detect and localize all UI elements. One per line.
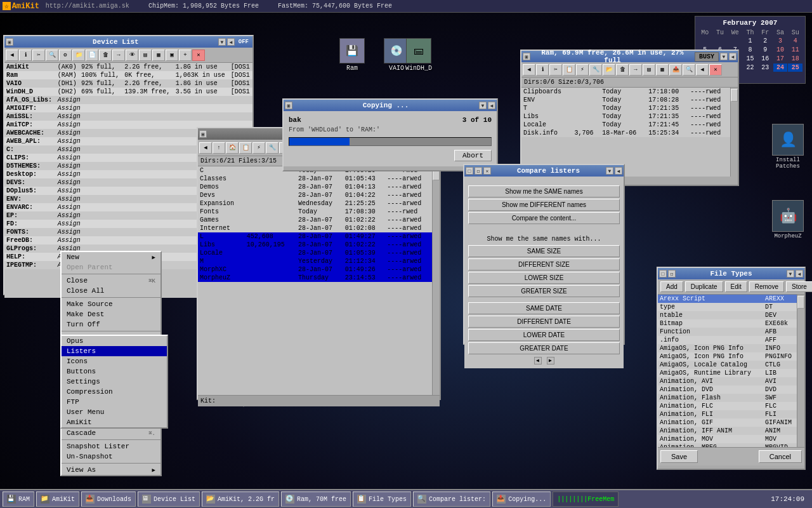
tb-btn-tool3[interactable]: ▣ [166, 50, 178, 61]
cal-day[interactable]: 9 [758, 46, 773, 54]
sub-compression[interactable]: Compression [62, 387, 167, 397]
table-row[interactable]: WinDH_D (DH2) 69% full, 139.3M free, 3.5… [4, 88, 252, 96]
ctx-un-snapshot[interactable]: Un-Snapshot [62, 451, 160, 462]
ft-remove-button[interactable]: Remove [749, 281, 784, 292]
table-row[interactable]: Animation, GIFGIFANIM [658, 418, 797, 427]
table-row[interactable]: FunctionAFB [658, 328, 797, 336]
taskbar-item-amikit[interactable]: 📁 AmiKit [36, 491, 79, 507]
filetypes-scrollbar-thumb[interactable] [797, 296, 804, 309]
table-row[interactable]: MorpheuZThursday23:14:53----arwed [198, 274, 432, 282]
sub-user-menu[interactable]: User Menu [62, 407, 167, 417]
tb-btn-tool1[interactable]: ▤ [139, 50, 152, 61]
table-row[interactable]: Animation, IFF ANIMANIM [658, 427, 797, 435]
cal-day-today[interactable]: 24 [773, 64, 788, 72]
morpheuz-avatar[interactable]: 🤖 MorpheuZ [769, 200, 807, 239]
device-list-close-btn[interactable]: ▣ [6, 38, 13, 46]
table-row[interactable]: Arexx ScriptAREXX [658, 295, 797, 303]
table-row[interactable]: AmiKit (AK0) 92% full, 2.2G free, 1.8G i… [4, 63, 252, 71]
compare-same-names-btn[interactable]: Show me the SAME names [468, 185, 620, 197]
table-row[interactable]: MorphXC28-Jan-0701:49:26----arwed [198, 265, 432, 274]
table-row[interactable]: AmigaOS, Icon PNG InfoPNGINFO [658, 352, 797, 361]
ft-cancel-button[interactable]: Cancel [759, 450, 802, 463]
ram-tb-cmd6[interactable]: → [629, 64, 642, 76]
table-row[interactable]: MYesterday21:12:34----arwed [198, 257, 432, 265]
taskbar-item-ram[interactable]: 💾 RAM [3, 491, 34, 507]
ram-tb-cmd3[interactable]: 🔧 [589, 64, 602, 76]
taskbar-item-copying[interactable]: 📤 Copying... [492, 491, 551, 507]
compare-diff-date-btn[interactable]: DIFFERENT DATE [468, 316, 620, 328]
cal-day[interactable]: 16 [758, 55, 773, 63]
compare-lower-size-btn[interactable]: LOWER SIZE [468, 272, 620, 284]
cal-day[interactable]: 3 [773, 37, 788, 45]
compare-same-size-btn[interactable]: SAME SIZE [468, 245, 620, 257]
table-row[interactable]: AmigaOS, Icon PNG InfoINFO [658, 344, 797, 352]
compare-greater-date-btn[interactable]: GREATER DATE [468, 342, 620, 354]
table-row[interactable]: LocaleToday17:21:45----rwed [521, 121, 730, 129]
ram-tb-back[interactable]: ◀ [523, 64, 535, 76]
table-row[interactable]: AmiSSL:Assign [4, 112, 252, 121]
ram-scrollbar[interactable] [730, 88, 738, 177]
taskbar-item-ram70[interactable]: 💿 Ram, 70M free [281, 491, 351, 507]
ft-edit-button[interactable]: Edit [725, 281, 747, 292]
ram-tb-cmd2[interactable]: ⚡ [576, 64, 589, 76]
cal-day[interactable]: 15 [743, 55, 757, 63]
ctx-close-all[interactable]: Close All [62, 286, 160, 296]
copying-scroll-btn[interactable]: ▼ [479, 102, 487, 109]
table-row[interactable]: Animation, FlashSWF [658, 394, 797, 402]
cal-day[interactable]: 23 [758, 64, 773, 72]
table-row[interactable]: ExpansionWednesday21:25:25----arwed [198, 199, 432, 208]
table-row[interactable]: Disk.info3,70618-Mar-0615:25:34----rwed [521, 129, 730, 137]
sub-amikit[interactable]: AmiKit [62, 417, 167, 427]
compare-diff-size-btn[interactable]: DIFFERENT SIZE [468, 258, 620, 271]
tb-btn-tool2[interactable]: ▦ [152, 50, 165, 61]
compare-fullscreen-btn[interactable]: ◻ [475, 167, 482, 175]
table-row[interactable]: LibsToday17:21:35----rwed [521, 112, 730, 121]
ram-tb-cmd5[interactable]: 🗑 [616, 64, 629, 76]
table-row[interactable]: Animation, AVIAVI [658, 377, 797, 385]
tb-cmd2[interactable]: 🔧 [266, 142, 278, 154]
ram-tb-cmd11[interactable]: ◀ [696, 64, 709, 76]
filetypes-back-btn[interactable]: ◀ [796, 270, 803, 277]
tb-btn-delete[interactable]: 🗑 [99, 50, 112, 61]
ram-tb-cmd9[interactable]: 📤 [669, 64, 682, 76]
ctx-turn-off[interactable]: Turn Off [62, 319, 160, 330]
ram-tb-cmd10[interactable]: 🔍 [683, 64, 695, 76]
sub-settings[interactable]: Settings [62, 377, 167, 387]
taskbar-item-filetypes[interactable]: 📋 File Types [353, 491, 411, 507]
desktop-icon-windh[interactable]: 🖴 WinDH_D [396, 38, 441, 72]
table-row[interactable]: AMIGIFT:Assign [4, 104, 252, 112]
ft-add-button[interactable]: Add [660, 281, 683, 292]
table-row[interactable]: AmigaOS, Locale CatalogCTLG [658, 361, 797, 369]
tb-btn-move[interactable]: → [112, 50, 125, 61]
tb-home[interactable]: 🏠 [226, 142, 239, 154]
tb-btn-file[interactable]: 📄 [86, 50, 98, 61]
tb-back[interactable]: ◀ [199, 142, 212, 154]
filetypes-scroll-btn[interactable]: ▼ [787, 270, 794, 277]
taskbar-item-compare[interactable]: 🔍 Compare lister: [413, 491, 490, 507]
compare-same-date-btn[interactable]: SAME DATE [468, 302, 620, 314]
ctx-view-as[interactable]: View As▶ [62, 465, 160, 475]
ft-save-button[interactable]: Save [660, 450, 698, 463]
ctx-new[interactable]: New▶ [62, 252, 160, 262]
ctx-make-source[interactable]: Make Source [62, 299, 160, 309]
table-row[interactable]: BitmapEXE68k [658, 319, 797, 328]
copying-back-btn[interactable]: ◀ [488, 102, 495, 109]
table-row[interactable]: AmigaOS, Runtime LibraryLIB [658, 369, 797, 377]
compare-lower-date-btn[interactable]: LOWER DATE [468, 329, 620, 341]
amikit-scrollbar[interactable] [432, 166, 440, 395]
table-row[interactable]: Locale28-Jan-0701:05:39----arwed [198, 249, 432, 257]
cal-day-today[interactable]: 25 [788, 64, 802, 72]
compare-right-btn[interactable]: ▶ [547, 357, 554, 364]
ctx-close[interactable]: Close⌘K [62, 276, 160, 286]
ram-tb-cmd4[interactable]: 📂 [603, 64, 615, 76]
filetypes-scrollbar[interactable] [797, 295, 804, 447]
table-row[interactable]: typeDT [658, 303, 797, 311]
ram-back-btn[interactable]: ◀ [729, 53, 737, 60]
table-row[interactable]: VAIO (DH1) 92% full, 2.2G free, 1.8G in … [4, 79, 252, 88]
tb-btn-folder[interactable]: 📁 [72, 50, 85, 61]
filetypes-max-btn[interactable]: ◻ [668, 270, 676, 277]
device-list-back-btn[interactable]: ◀ [227, 38, 235, 46]
sub-ftp[interactable]: FTP [62, 397, 167, 407]
ft-store-button[interactable]: Store [786, 281, 812, 292]
ctx-snapshot[interactable]: Snapshot Lister [62, 441, 160, 451]
